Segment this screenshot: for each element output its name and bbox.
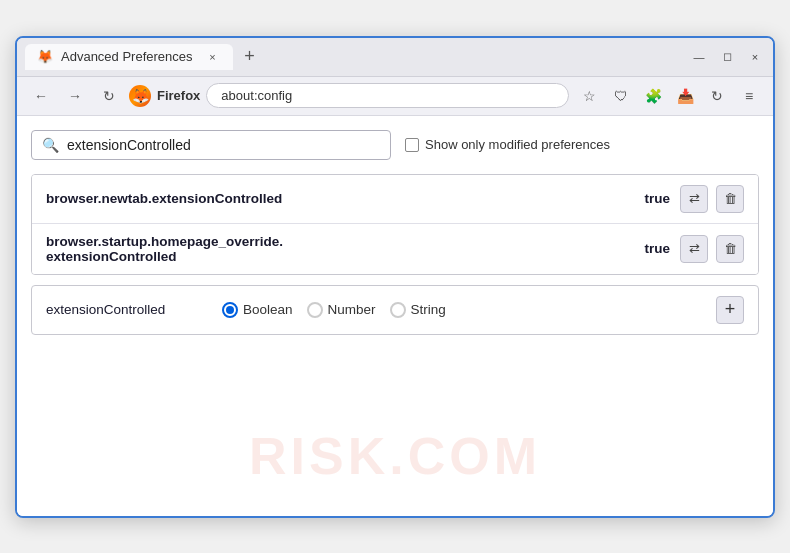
browser-window: 🦊 Advanced Preferences × + — ◻ × ← → ↻ 🦊… [15,36,775,518]
pref-value-1: true [634,191,670,206]
shield-icon: 🛡 [607,82,635,110]
show-modified-option[interactable]: Show only modified preferences [405,137,610,152]
firefox-label: Firefox [157,88,200,103]
type-radio-group: Boolean Number String [222,302,700,318]
toggle-button-1[interactable]: ⇄ [680,185,708,213]
forward-button[interactable]: → [61,82,89,110]
number-label: Number [328,302,376,317]
restore-button[interactable]: ◻ [717,47,737,67]
boolean-label: Boolean [243,302,293,317]
number-radio-option[interactable]: Number [307,302,376,318]
browser-toolbar: ← → ↻ 🦊 Firefox ☆ 🛡 🧩 📥 ↻ ≡ [17,77,773,116]
downloads-icon[interactable]: 📥 [671,82,699,110]
address-bar[interactable] [206,83,569,108]
search-input[interactable] [67,137,380,153]
watermark: RISK.COM [249,426,541,486]
show-modified-checkbox[interactable] [405,138,419,152]
pref-value-2: true [634,241,670,256]
pref-actions-1: ⇄ 🗑 [680,185,744,213]
new-tab-button[interactable]: + [237,44,263,70]
tab-close-button[interactable]: × [205,49,221,65]
tab-title: Advanced Preferences [61,49,193,64]
close-button[interactable]: × [745,47,765,67]
string-radio-option[interactable]: String [390,302,446,318]
main-content: RISK.COM 🔍 Show only modified preference… [17,116,773,516]
window-controls: — ◻ × [689,47,765,67]
extension-icon[interactable]: 🧩 [639,82,667,110]
boolean-radio-option[interactable]: Boolean [222,302,293,318]
new-preference-row: extensionControlled Boolean Number Strin… [31,285,759,335]
number-radio-circle[interactable] [307,302,323,318]
delete-button-2[interactable]: 🗑 [716,235,744,263]
menu-icon[interactable]: ≡ [735,82,763,110]
string-radio-circle[interactable] [390,302,406,318]
pref-name-2-line2: extensionControlled [46,249,624,264]
toolbar-icons: ☆ 🛡 🧩 📥 ↻ ≡ [575,82,763,110]
string-label: String [411,302,446,317]
search-row: 🔍 Show only modified preferences [31,130,759,160]
preferences-table: browser.newtab.extensionControlled true … [31,174,759,275]
add-preference-button[interactable]: + [716,296,744,324]
search-icon: 🔍 [42,137,59,153]
pref-name-2-line1: browser.startup.homepage_override. [46,234,624,249]
show-modified-label: Show only modified preferences [425,137,610,152]
title-bar: 🦊 Advanced Preferences × + — ◻ × [17,38,773,77]
sync-icon[interactable]: ↻ [703,82,731,110]
minimize-button[interactable]: — [689,47,709,67]
firefox-logo-icon: 🦊 [129,85,151,107]
delete-button-1[interactable]: 🗑 [716,185,744,213]
table-row: browser.startup.homepage_override. exten… [32,224,758,274]
new-pref-name: extensionControlled [46,302,206,317]
bookmark-icon[interactable]: ☆ [575,82,603,110]
refresh-button[interactable]: ↻ [95,82,123,110]
toggle-button-2[interactable]: ⇄ [680,235,708,263]
pref-name-2-container: browser.startup.homepage_override. exten… [46,234,624,264]
back-button[interactable]: ← [27,82,55,110]
boolean-radio-circle[interactable] [222,302,238,318]
search-box: 🔍 [31,130,391,160]
pref-actions-2: ⇄ 🗑 [680,235,744,263]
browser-tab[interactable]: 🦊 Advanced Preferences × [25,44,233,70]
table-row: browser.newtab.extensionControlled true … [32,175,758,224]
pref-name-1: browser.newtab.extensionControlled [46,191,624,206]
